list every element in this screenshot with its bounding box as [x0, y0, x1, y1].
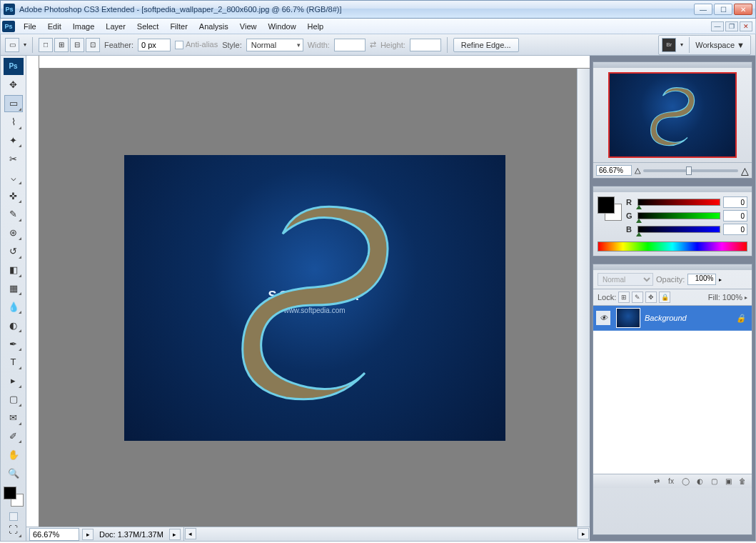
layer-thumbnail[interactable]: [616, 308, 640, 328]
foreground-color-swatch[interactable]: [4, 487, 16, 499]
fill-input[interactable]: 100%: [722, 293, 742, 302]
shape-tool[interactable]: ▢: [4, 391, 23, 408]
maximize-button[interactable]: ☐: [714, 4, 732, 15]
menu-view[interactable]: View: [234, 21, 263, 32]
navigator-zoom-input[interactable]: 66.67%: [596, 165, 632, 176]
path-select-tool[interactable]: ▸: [4, 372, 23, 389]
quick-mask-toggle[interactable]: [9, 512, 18, 521]
stamp-tool[interactable]: ⊛: [4, 224, 23, 241]
layer-row-background[interactable]: 👁 Background 🔒: [593, 306, 752, 331]
lock-pixels-icon[interactable]: ✎: [632, 292, 643, 303]
lock-position-icon[interactable]: ✥: [645, 292, 657, 303]
layer-style-icon[interactable]: fx: [665, 476, 677, 487]
crop-tool[interactable]: ✂: [4, 150, 23, 167]
notes-tool[interactable]: ✉: [4, 409, 23, 427]
eraser-tool[interactable]: ◧: [4, 261, 23, 279]
layer-mask-icon[interactable]: ◯: [679, 476, 692, 487]
menu-analysis[interactable]: Analysis: [193, 21, 234, 32]
marquee-tool-preset-icon[interactable]: ▭: [5, 38, 19, 52]
close-button[interactable]: ✕: [734, 4, 752, 15]
adjustment-layer-icon[interactable]: ◐: [693, 476, 706, 487]
wand-tool[interactable]: ✦: [4, 132, 23, 149]
workspace-switcher[interactable]: Br ▾ Workspace ▼: [658, 35, 751, 55]
menu-file[interactable]: File: [18, 21, 42, 32]
type-tool[interactable]: T: [4, 354, 23, 371]
doc-restore-button[interactable]: ❐: [725, 21, 738, 31]
color-panel-swatches[interactable]: [598, 196, 622, 221]
refine-edge-button[interactable]: Refine Edge...: [453, 38, 519, 52]
r-input[interactable]: [723, 196, 747, 208]
move-tool[interactable]: ✥: [4, 76, 23, 94]
healing-tool[interactable]: ✜: [4, 187, 23, 204]
ruler-vertical[interactable]: [26, 69, 39, 527]
zoom-tool[interactable]: 🔍: [4, 464, 23, 482]
color-panel-grip[interactable]: [593, 186, 752, 192]
sel-intersect-icon[interactable]: ⊡: [86, 38, 100, 52]
screen-mode-toggle[interactable]: ⛶: [4, 522, 23, 539]
sel-new-icon[interactable]: □: [39, 38, 53, 52]
layers-list-empty[interactable]: [593, 331, 752, 474]
opacity-flyout-icon[interactable]: ▸: [719, 277, 722, 283]
color-swatches[interactable]: [4, 487, 24, 507]
layers-panel-grip[interactable]: [593, 264, 752, 270]
zoom-level-input[interactable]: 66.67%: [29, 528, 79, 541]
menu-window[interactable]: Window: [262, 21, 301, 32]
history-brush-tool[interactable]: ↺: [4, 243, 23, 260]
menu-filter[interactable]: Filter: [164, 21, 193, 32]
g-input[interactable]: [723, 210, 747, 221]
menu-image[interactable]: Image: [67, 21, 101, 32]
lock-all-icon[interactable]: 🔒: [659, 292, 670, 303]
menu-select[interactable]: Select: [131, 21, 165, 32]
scroll-right-icon[interactable]: ▸: [578, 528, 589, 539]
minimize-button[interactable]: —: [694, 4, 712, 15]
marquee-tool[interactable]: ▭: [4, 95, 23, 112]
ruler-origin[interactable]: [26, 56, 39, 69]
scroll-left-icon[interactable]: ◂: [185, 528, 196, 539]
app-menu-icon[interactable]: Ps: [2, 21, 15, 32]
bridge-icon[interactable]: Br: [662, 38, 676, 52]
scrollbar-vertical[interactable]: [577, 69, 590, 527]
doc-close-button[interactable]: ✕: [740, 21, 752, 31]
sel-add-icon[interactable]: ⊞: [54, 38, 69, 52]
eyedropper-tool[interactable]: ✐: [4, 428, 23, 445]
sel-subtract-icon[interactable]: ⊟: [70, 38, 84, 52]
blend-mode-select[interactable]: Normal: [598, 273, 653, 286]
b-input[interactable]: [723, 224, 747, 235]
new-layer-icon[interactable]: ▣: [722, 476, 735, 487]
menu-layer[interactable]: Layer: [100, 21, 131, 32]
document-viewport[interactable]: SOFTPEDIA www.softpedia.com: [39, 69, 590, 527]
layer-name[interactable]: Background: [645, 314, 687, 322]
link-layers-icon[interactable]: ⇄: [650, 476, 663, 487]
style-select[interactable]: Normal: [246, 39, 303, 51]
brush-tool[interactable]: ✎: [4, 206, 23, 223]
navigator-thumbnail[interactable]: [608, 72, 737, 158]
b-slider[interactable]: [637, 226, 720, 233]
navigator-panel-grip[interactable]: [593, 62, 752, 68]
color-spectrum[interactable]: [598, 241, 747, 251]
status-menu-icon[interactable]: ▸: [82, 529, 94, 540]
fill-flyout-icon[interactable]: ▸: [745, 294, 747, 301]
opacity-input[interactable]: 100%: [687, 274, 716, 285]
gradient-tool[interactable]: ▦: [4, 280, 23, 297]
dodge-tool[interactable]: ◐: [4, 317, 23, 334]
scrollbar-horizontal[interactable]: ◂ ▸: [183, 527, 590, 541]
g-slider[interactable]: [637, 212, 720, 219]
hand-tool[interactable]: ✋: [4, 446, 23, 463]
doc-minimize-button[interactable]: —: [711, 21, 724, 31]
feather-input[interactable]: [138, 39, 171, 51]
status-popup-icon[interactable]: ▸: [169, 529, 181, 540]
navigator-zoom-slider[interactable]: [643, 169, 738, 172]
menu-help[interactable]: Help: [302, 21, 330, 32]
lock-transparency-icon[interactable]: ⊞: [618, 292, 630, 303]
group-icon[interactable]: ▢: [707, 476, 720, 487]
pen-tool[interactable]: ✒: [4, 335, 23, 352]
slice-tool[interactable]: ⌵: [4, 169, 23, 186]
ruler-horizontal[interactable]: [26, 56, 590, 69]
layer-visibility-icon[interactable]: 👁: [596, 311, 610, 325]
zoom-out-icon[interactable]: △: [635, 166, 640, 175]
blur-tool[interactable]: 💧: [4, 298, 23, 315]
zoom-in-icon[interactable]: △: [741, 165, 749, 176]
delete-layer-icon[interactable]: 🗑: [736, 476, 749, 487]
menu-edit[interactable]: Edit: [42, 21, 67, 32]
r-slider[interactable]: [637, 199, 720, 206]
